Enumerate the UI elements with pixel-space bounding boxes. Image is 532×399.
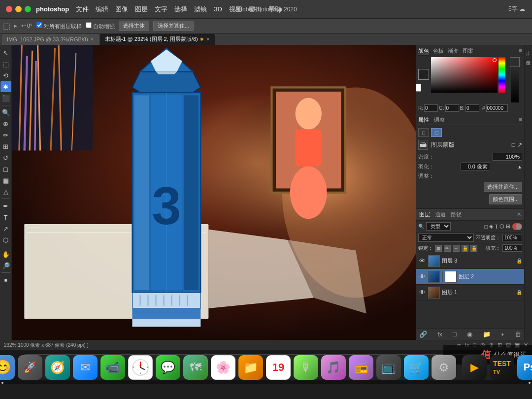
tab-color[interactable]: 颜色	[418, 47, 429, 55]
tab-untitled1[interactable]: 未标题-1 @ 232% (图层 2, 图层蒙版/8) ✱ ✕	[100, 34, 215, 45]
color-g-input[interactable]	[445, 104, 459, 112]
properties-options-icon[interactable]: ≡	[519, 116, 522, 124]
dock-files[interactable]: 📁	[238, 355, 263, 380]
bw-reset-icon[interactable]	[510, 57, 520, 67]
dock-mail[interactable]: ✉	[73, 355, 98, 380]
alpha-slider[interactable]	[511, 67, 519, 102]
dock-finder[interactable]: 😊	[0, 355, 15, 380]
menu-filter[interactable]: 滤镜	[194, 5, 207, 14]
canvas-area[interactable]: 3	[12, 45, 416, 340]
menu-layer[interactable]: 图层	[135, 5, 148, 14]
menu-edit[interactable]: 编辑	[96, 5, 108, 14]
maximize-button[interactable]	[25, 6, 31, 12]
select-subject-button[interactable]: 选择主体	[119, 21, 149, 31]
layer-delete-icon[interactable]: 🗑	[515, 331, 521, 338]
tool-eraser[interactable]: ◻	[0, 164, 11, 174]
tool-gradient[interactable]: ▦	[0, 175, 11, 186]
dock-launchpad[interactable]: 🚀	[18, 355, 42, 380]
dock-music[interactable]: 🎵	[321, 355, 346, 380]
visibility-icon-3[interactable]: 👁	[418, 257, 426, 265]
tab-close-icon-2[interactable]: ✕	[206, 36, 210, 42]
feather-input[interactable]	[461, 163, 490, 170]
mask-icon-btn1[interactable]: □	[512, 141, 515, 148]
tool-type[interactable]: T	[0, 212, 11, 223]
tab-layers[interactable]: 图层	[419, 211, 430, 218]
dock-appstore[interactable]: 🛒	[404, 355, 429, 380]
density-input[interactable]	[493, 153, 522, 161]
layers-panel-close[interactable]: ✕	[517, 211, 521, 218]
dock-messages[interactable]: 💬	[156, 355, 180, 380]
tool-blur[interactable]: △	[0, 186, 11, 197]
foreground-swatch[interactable]	[418, 69, 429, 80]
dock-photos[interactable]: 🌸	[211, 355, 235, 380]
dock-photoshop[interactable]: Ps	[517, 355, 532, 380]
dock-appletv[interactable]: 📺	[376, 355, 401, 380]
dock-settings[interactable]: ⚙	[432, 355, 456, 380]
tab-img1062[interactable]: IMG_1062.JPG @ 33.3%(RGB/8) ✕	[2, 34, 99, 45]
color-b-input[interactable]	[466, 104, 479, 112]
layer-mask-icon[interactable]: □	[453, 331, 457, 338]
tab-adjustments[interactable]: 调整	[434, 116, 445, 124]
menu-3d[interactable]: 3D	[214, 5, 222, 13]
color-hex-input[interactable]	[486, 104, 508, 112]
filter-toggle[interactable]	[512, 223, 522, 230]
tool-marquee[interactable]: ⬚	[0, 59, 11, 69]
filter-shape-icon[interactable]: ⬡	[499, 223, 504, 230]
vector-mask-icon[interactable]: ⬡	[431, 128, 442, 137]
dock-safari[interactable]: 🧭	[45, 355, 70, 380]
layer-item-2[interactable]: 👁 图层 2	[416, 269, 524, 285]
layer-adjustment-icon[interactable]: ◉	[467, 331, 472, 338]
tool-stamp[interactable]: ⊞	[0, 141, 11, 152]
menu-photoshop[interactable]: photoshop	[36, 5, 69, 13]
layer-mask-thumb-2[interactable]	[445, 271, 457, 283]
filter-type-icon[interactable]: T	[495, 224, 498, 230]
tool-shape[interactable]: ⬡	[0, 234, 11, 245]
color-range-btn[interactable]: 颜色范围...	[489, 194, 522, 204]
lock-position-btn[interactable]: 🔒	[462, 245, 468, 252]
layer-link-icon[interactable]: 🔗	[419, 331, 427, 338]
dock-maps[interactable]: 🗺	[183, 355, 208, 380]
tool-pen[interactable]: ✒	[0, 200, 11, 211]
pixel-mask-icon[interactable]: □	[418, 128, 429, 137]
select-and-mask-button[interactable]: 选择并遮住...	[153, 21, 194, 31]
tab-gradients[interactable]: 渐变	[448, 47, 459, 55]
filter-pixel-icon[interactable]: □	[485, 224, 488, 230]
menu-type[interactable]: 文字	[155, 5, 167, 14]
lock-artboard-btn[interactable]: ↔	[453, 245, 460, 252]
tab-paths[interactable]: 路径	[451, 211, 462, 218]
lock-all-btn[interactable]: 🔒	[470, 245, 477, 252]
hue-slider[interactable]	[499, 57, 505, 93]
fill-input[interactable]	[502, 244, 522, 252]
tab-channels[interactable]: 通道	[435, 211, 446, 218]
layer-item-3[interactable]: 👁 图层 3 🔒	[416, 253, 524, 269]
color-r-input[interactable]	[424, 104, 438, 112]
menu-image[interactable]: 图像	[115, 5, 128, 14]
tool-heal[interactable]: ⊕	[0, 118, 11, 129]
filter-smart-icon[interactable]: ⊞	[506, 223, 510, 230]
tool-history-brush[interactable]: ↺	[0, 152, 11, 163]
foreground-color-swatch[interactable]: ■	[0, 274, 11, 285]
layer-fx-icon[interactable]: fx	[437, 331, 442, 338]
menu-select[interactable]: 选择	[174, 5, 187, 14]
tab-properties[interactable]: 属性	[418, 116, 429, 124]
lock-image-btn[interactable]: ✏	[444, 245, 451, 252]
tool-brush[interactable]: ✏	[0, 130, 11, 140]
dock-testv[interactable]: TESTTV	[490, 355, 514, 380]
feather-slider-icon[interactable]: ▲	[517, 164, 522, 169]
dock-podcasts[interactable]: 📻	[349, 355, 373, 380]
layer-item-1[interactable]: 👁 图层 1 🔒	[416, 285, 524, 300]
tab-patterns[interactable]: 图案	[463, 47, 473, 55]
select-and-mask-btn[interactable]: 选择并遮住...	[484, 182, 522, 192]
blend-mode-select[interactable]: 正常	[418, 233, 474, 242]
panel-options-icon[interactable]: ≡	[519, 47, 522, 55]
tool-eyedropper[interactable]: 🔍	[0, 107, 11, 118]
dock-calendar[interactable]: 19	[266, 355, 291, 380]
background-swatch[interactable]	[416, 84, 421, 92]
tool-hand[interactable]: ✋	[0, 249, 11, 260]
layer-folder-icon[interactable]: 📁	[483, 331, 491, 338]
all-layers-checkbox[interactable]	[36, 22, 42, 28]
auto-enhance-checkbox[interactable]	[86, 22, 92, 28]
opacity-input[interactable]	[502, 234, 522, 241]
dock-podcast-app[interactable]: 🎙	[294, 355, 318, 380]
tab-close-icon[interactable]: ✕	[90, 36, 94, 42]
